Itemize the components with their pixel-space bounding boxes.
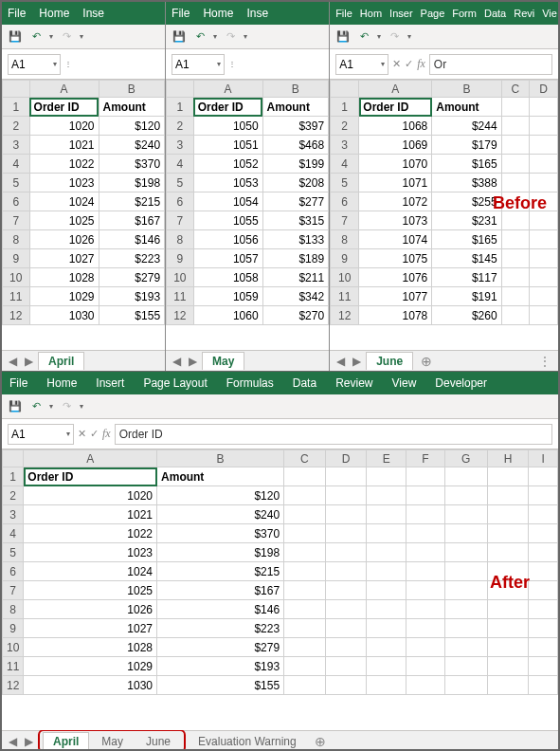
row-header[interactable]: 6 bbox=[3, 562, 24, 581]
cell[interactable] bbox=[325, 505, 367, 524]
row-header[interactable]: 9 bbox=[3, 249, 30, 268]
row-header[interactable]: 1 bbox=[3, 98, 30, 117]
ribbon-home[interactable]: Home bbox=[39, 7, 69, 20]
cell[interactable] bbox=[325, 676, 367, 695]
cell[interactable]: 1071 bbox=[359, 174, 432, 192]
row-header[interactable]: 5 bbox=[331, 174, 359, 192]
col-header-f[interactable]: F bbox=[406, 450, 444, 467]
row-header[interactable]: 7 bbox=[3, 581, 24, 600]
cell[interactable] bbox=[325, 619, 367, 638]
row-header[interactable]: 1 bbox=[3, 467, 24, 486]
cell[interactable]: $240 bbox=[157, 505, 284, 524]
cell[interactable] bbox=[444, 657, 487, 676]
cell[interactable]: 1022 bbox=[29, 155, 99, 174]
cell[interactable] bbox=[406, 676, 444, 695]
row-header[interactable]: 4 bbox=[3, 155, 30, 174]
cell[interactable] bbox=[487, 543, 529, 562]
cell[interactable]: $223 bbox=[157, 619, 284, 638]
cell[interactable]: $179 bbox=[432, 136, 501, 155]
cell[interactable]: 1073 bbox=[359, 211, 432, 230]
tab-nav-right-icon[interactable]: ▶ bbox=[350, 355, 364, 368]
cell[interactable]: Amount bbox=[432, 98, 501, 117]
cell[interactable] bbox=[406, 467, 444, 486]
cell[interactable] bbox=[529, 562, 558, 581]
row-header[interactable]: 4 bbox=[3, 524, 24, 543]
cell[interactable] bbox=[529, 657, 558, 676]
cell[interactable] bbox=[406, 600, 444, 619]
cell[interactable]: 1030 bbox=[29, 306, 99, 325]
tab-nav-left-icon[interactable]: ◀ bbox=[170, 355, 184, 368]
cell[interactable]: $167 bbox=[99, 211, 165, 230]
row-header[interactable]: 2 bbox=[331, 117, 359, 136]
cell[interactable]: 1075 bbox=[359, 249, 432, 268]
cell[interactable]: 1021 bbox=[24, 505, 157, 524]
cell[interactable] bbox=[444, 505, 487, 524]
select-all[interactable] bbox=[3, 81, 30, 98]
ribbon-file[interactable]: File bbox=[9, 376, 27, 390]
cell[interactable] bbox=[444, 467, 487, 486]
sheet-tab-april[interactable]: April bbox=[38, 352, 84, 370]
ribbon-formulas[interactable]: Form bbox=[452, 8, 477, 19]
cell[interactable]: $167 bbox=[157, 581, 284, 600]
select-all[interactable] bbox=[3, 450, 24, 467]
cell[interactable] bbox=[406, 524, 444, 543]
cell[interactable]: $165 bbox=[432, 155, 501, 174]
row-header[interactable]: 10 bbox=[331, 268, 359, 287]
cell[interactable] bbox=[529, 505, 558, 524]
cell[interactable] bbox=[529, 676, 558, 695]
row-header[interactable]: 8 bbox=[331, 230, 359, 249]
sheet-tab-may[interactable]: May bbox=[91, 732, 134, 750]
cancel-icon[interactable]: ✕ bbox=[78, 428, 86, 440]
cell[interactable]: 1070 bbox=[359, 155, 432, 174]
row-header[interactable]: 9 bbox=[167, 249, 194, 268]
cell[interactable]: Order ID bbox=[359, 98, 432, 117]
cell[interactable]: 1051 bbox=[193, 136, 262, 155]
cell[interactable] bbox=[284, 505, 326, 524]
col-header-a[interactable]: A bbox=[24, 450, 157, 467]
cell[interactable]: 1052 bbox=[193, 155, 262, 174]
ribbon-review[interactable]: Revi bbox=[514, 8, 534, 19]
ribbon-view[interactable]: Vie bbox=[542, 8, 557, 19]
cell[interactable]: 1029 bbox=[29, 287, 99, 306]
cell[interactable]: 1024 bbox=[24, 562, 157, 581]
cell[interactable] bbox=[501, 136, 530, 155]
undo-icon[interactable]: ↶ bbox=[28, 399, 44, 414]
cell[interactable]: $279 bbox=[99, 268, 165, 287]
cell[interactable]: $117 bbox=[432, 268, 501, 287]
col-header-h[interactable]: H bbox=[487, 450, 529, 467]
row-header[interactable]: 12 bbox=[3, 306, 30, 325]
cell[interactable] bbox=[487, 467, 529, 486]
cell[interactable]: 1074 bbox=[359, 230, 432, 249]
cell[interactable] bbox=[530, 287, 558, 306]
col-header-c[interactable]: C bbox=[284, 450, 326, 467]
cell[interactable] bbox=[406, 638, 444, 657]
row-header[interactable]: 9 bbox=[3, 619, 24, 638]
cell[interactable] bbox=[530, 306, 558, 325]
row-header[interactable]: 8 bbox=[3, 600, 24, 619]
enter-icon[interactable]: ✓ bbox=[90, 428, 99, 440]
row-header[interactable]: 7 bbox=[331, 211, 359, 230]
cell[interactable]: $189 bbox=[262, 249, 329, 268]
cell[interactable]: $342 bbox=[262, 287, 329, 306]
cell[interactable]: $155 bbox=[157, 676, 284, 695]
cell[interactable] bbox=[501, 268, 530, 287]
cell[interactable] bbox=[487, 600, 529, 619]
ribbon-home[interactable]: Home bbox=[46, 376, 77, 390]
sheet-area[interactable]: A B 1Order IDAmount21050$39731051$468410… bbox=[166, 80, 329, 350]
tab-nav-right-icon[interactable]: ▶ bbox=[186, 355, 200, 368]
cell[interactable] bbox=[367, 562, 406, 581]
cell[interactable] bbox=[529, 486, 558, 505]
cell[interactable]: $270 bbox=[262, 306, 329, 325]
row-header[interactable]: 11 bbox=[3, 657, 24, 676]
row-header[interactable]: 3 bbox=[3, 136, 30, 155]
cell[interactable] bbox=[530, 98, 558, 117]
cell[interactable]: 1025 bbox=[29, 211, 99, 230]
cell[interactable] bbox=[501, 249, 530, 268]
cell[interactable] bbox=[444, 486, 487, 505]
row-header[interactable]: 12 bbox=[3, 676, 24, 695]
cell[interactable] bbox=[284, 467, 326, 486]
cell[interactable] bbox=[367, 619, 406, 638]
name-box[interactable]: A1▾ bbox=[335, 54, 388, 75]
cell[interactable]: Order ID bbox=[24, 467, 157, 486]
ribbon-developer[interactable]: Developer bbox=[435, 376, 487, 390]
